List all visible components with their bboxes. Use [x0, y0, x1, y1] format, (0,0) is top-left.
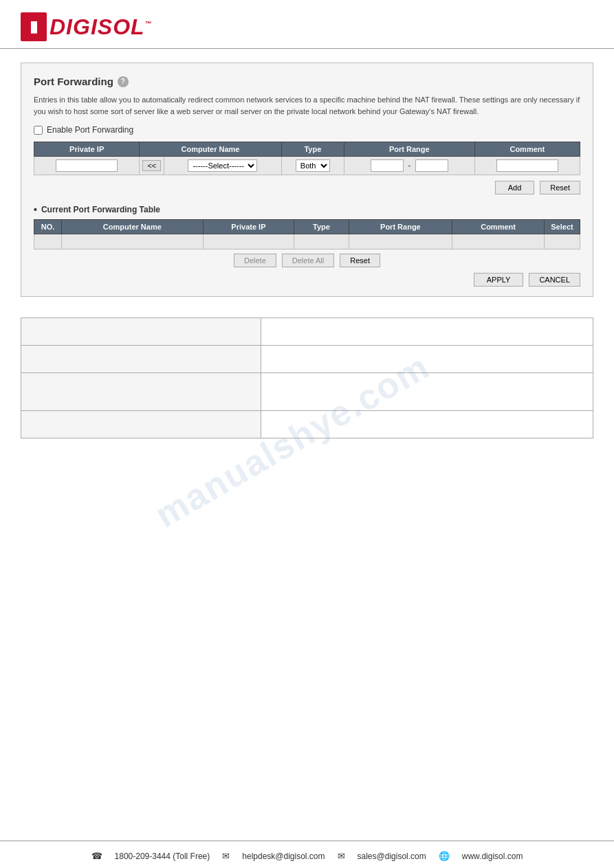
sales-icon: ✉ — [338, 851, 345, 861]
comment-cell — [474, 157, 580, 175]
phone-icon: ☎ — [91, 851, 102, 861]
info-table — [21, 318, 593, 438]
info-cell-2-1 — [21, 346, 261, 373]
apply-button[interactable]: APPLY — [474, 273, 524, 287]
forward-table: NO. Computer Name Private IP Type Port R… — [34, 219, 580, 249]
col-select: Select — [545, 220, 580, 234]
cancel-button[interactable]: CANCEL — [529, 273, 580, 287]
helpdesk-email: helpdesk@digisol.com — [242, 852, 325, 861]
info-cell-1-2 — [261, 318, 593, 346]
select-arrow-button[interactable]: << — [142, 160, 161, 171]
col-fport: Port Range — [349, 220, 452, 234]
input-table: Private IP Computer Name Type Port Range… — [34, 142, 580, 175]
port-range-start-input[interactable] — [371, 159, 404, 172]
logo-text: DIGISOL™ — [50, 14, 153, 40]
col-computer-name: Computer Name — [140, 142, 281, 157]
enable-checkbox[interactable] — [34, 126, 43, 135]
info-cell-4-1 — [21, 411, 261, 438]
info-cell-2-2 — [261, 346, 593, 373]
col-comment: Comment — [474, 142, 580, 157]
comment-input[interactable] — [496, 159, 558, 172]
col-port-range: Port Range — [344, 142, 475, 157]
col-private-ip: Private IP — [34, 142, 140, 157]
sales-email: sales@digisol.com — [358, 852, 426, 861]
info-row-2 — [21, 346, 593, 373]
forward-header-row: NO. Computer Name Private IP Type Port R… — [34, 220, 580, 234]
current-table-title: • Current Port Forwarding Table — [34, 204, 580, 215]
info-row-4 — [21, 411, 593, 438]
action-row: Add Reset — [34, 181, 580, 194]
main-content: Port Forwarding ? Entries in this table … — [0, 49, 614, 473]
computer-name-select[interactable]: ------Select------ — [188, 159, 257, 172]
enable-row: Enable Port Forwarding — [34, 125, 580, 135]
section-title-text: Current Port Forwarding Table — [41, 205, 160, 214]
help-icon[interactable]: ? — [118, 76, 129, 87]
panel-description: Entries in this table allow you to autom… — [34, 94, 580, 117]
helpdesk-icon: ✉ — [222, 851, 230, 861]
col-cname: Computer Name — [62, 220, 204, 234]
type-select[interactable]: Both TCP UDP — [296, 159, 330, 172]
port-range-cell: - — [344, 157, 475, 175]
forward-empty-row — [34, 234, 580, 249]
footer-line: ☎ 1800-209-3444 (Toll Free) ✉ helpdesk@d… — [0, 851, 614, 861]
table-action-row: Delete Delete All Reset — [34, 254, 580, 267]
info-row-3 — [21, 373, 593, 411]
logo-box: ▮ — [21, 12, 47, 41]
add-button[interactable]: Add — [495, 181, 535, 194]
info-cell-1-1 — [21, 318, 261, 346]
logo: ▮ DIGISOL™ — [21, 12, 593, 41]
globe-icon: 🌐 — [439, 851, 450, 861]
panel-title-text: Port Forwarding — [34, 76, 113, 87]
computer-name-cell: ------Select------ — [164, 157, 281, 175]
apply-row: APPLY CANCEL — [34, 273, 580, 287]
website: www.digisol.com — [462, 852, 523, 861]
col-pip: Private IP — [203, 220, 294, 234]
col-no: NO. — [34, 220, 62, 234]
delete-all-button[interactable]: Delete All — [282, 254, 334, 267]
type-cell: Both TCP UDP — [281, 157, 344, 175]
panel-title: Port Forwarding ? — [34, 76, 580, 87]
private-ip-cell — [34, 157, 140, 175]
port-range-end-input[interactable] — [415, 159, 448, 172]
info-cell-3-1 — [21, 373, 261, 411]
table-header-row: Private IP Computer Name Type Port Range… — [34, 142, 580, 157]
col-ftype: Type — [294, 220, 349, 234]
select-button-cell: << — [140, 157, 164, 175]
info-cell-4-2 — [261, 411, 593, 438]
logo-arrow-icon: ▮ — [30, 19, 38, 34]
private-ip-input[interactable] — [56, 159, 118, 172]
input-row: << ------Select------ Both TCP UDP — [34, 157, 580, 175]
reset-button[interactable]: Reset — [540, 181, 580, 194]
info-row-1 — [21, 318, 593, 346]
enable-label: Enable Port Forwarding — [47, 125, 133, 135]
col-type: Type — [281, 142, 344, 157]
info-cell-3-2 — [261, 373, 593, 411]
page-header: ▮ DIGISOL™ — [0, 0, 614, 49]
port-forwarding-panel: Port Forwarding ? Entries in this table … — [21, 63, 593, 297]
table-reset-button[interactable]: Reset — [340, 254, 380, 267]
col-fcomment: Comment — [452, 220, 545, 234]
phone-number: 1800-209-3444 (Toll Free) — [115, 852, 210, 861]
bullet-icon: • — [34, 204, 37, 215]
delete-button[interactable]: Delete — [234, 254, 276, 267]
footer: ☎ 1800-209-3444 (Toll Free) ✉ helpdesk@d… — [0, 841, 614, 868]
